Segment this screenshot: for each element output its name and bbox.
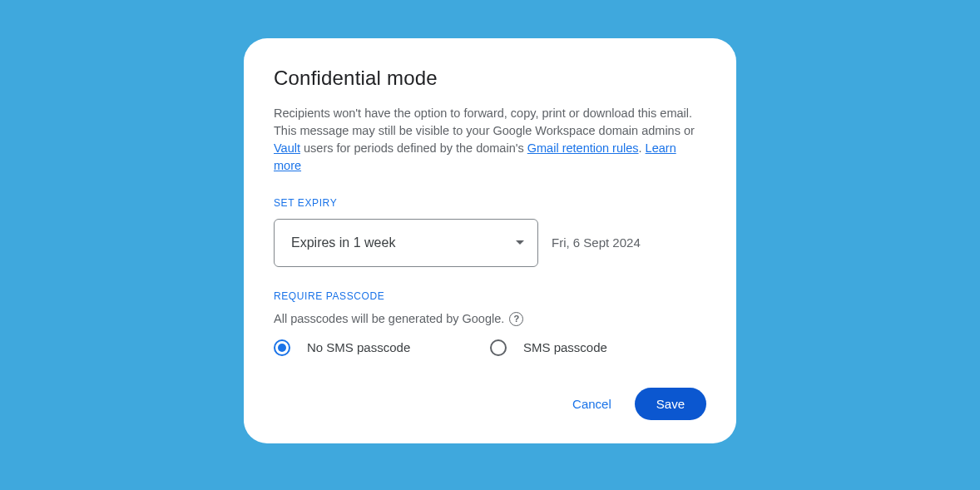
expiry-select[interactable]: Expires in 1 week [274, 219, 538, 267]
dialog-actions: Cancel Save [274, 388, 706, 420]
cancel-button[interactable]: Cancel [564, 390, 620, 418]
set-expiry-label: SET EXPIRY [274, 197, 706, 209]
passcode-note-text: All passcodes will be generated by Googl… [274, 312, 504, 325]
radio-label: No SMS passcode [307, 340, 410, 354]
passcode-note: All passcodes will be generated by Googl… [274, 312, 706, 326]
expiry-row: Expires in 1 week Fri, 6 Sept 2024 [274, 219, 706, 267]
radio-icon [490, 339, 507, 356]
radio-no-sms-passcode[interactable]: No SMS passcode [274, 339, 490, 356]
help-icon[interactable]: ? [509, 312, 523, 326]
confidential-mode-dialog: Confidential mode Recipients won't have … [244, 38, 736, 443]
expiry-date: Fri, 6 Sept 2024 [552, 235, 641, 250]
require-passcode-label: REQUIRE PASSCODE [274, 290, 706, 302]
dialog-description: Recipients won't have the option to forw… [274, 105, 706, 176]
desc-text-1: Recipients won't have the option to forw… [274, 106, 695, 137]
radio-label: SMS passcode [523, 340, 607, 354]
retention-rules-link[interactable]: Gmail retention rules [527, 141, 639, 155]
expiry-select-value: Expires in 1 week [291, 235, 395, 250]
radio-icon [274, 339, 290, 356]
save-button[interactable]: Save [635, 388, 706, 420]
desc-text-2: users for periods defined by the domain'… [300, 141, 527, 155]
desc-text-3: . [639, 141, 646, 155]
radio-sms-passcode[interactable]: SMS passcode [490, 339, 706, 356]
vault-link[interactable]: Vault [274, 141, 300, 155]
dialog-title: Confidential mode [274, 67, 706, 90]
chevron-down-icon [516, 240, 524, 245]
passcode-radio-group: No SMS passcode SMS passcode [274, 339, 706, 356]
